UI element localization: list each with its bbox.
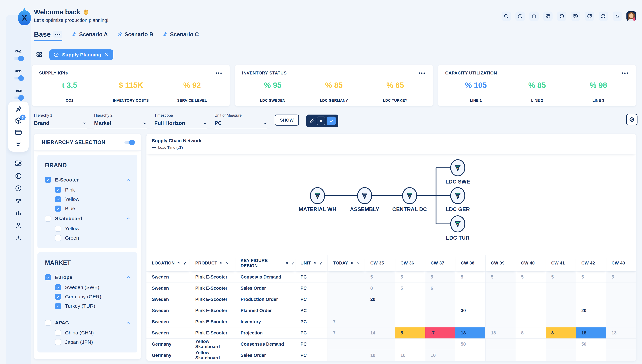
card-menu-icon[interactable] (621, 72, 629, 75)
user-icon[interactable] (15, 222, 22, 229)
filter-select-hierachy-1[interactable]: Hierachy 1Brand (34, 113, 87, 128)
bar-chart-icon[interactable] (15, 210, 22, 217)
settings-button[interactable] (626, 114, 637, 125)
cell-today[interactable] (328, 272, 365, 283)
sidebar-layer-toggle[interactable] (14, 57, 23, 60)
chevron-up-icon[interactable] (126, 216, 131, 221)
cell-cw-39[interactable]: 13 (486, 328, 516, 338)
redo-button[interactable] (585, 12, 594, 21)
cell-cw-40[interactable] (516, 316, 546, 328)
user-avatar[interactable] (626, 11, 636, 21)
cell-cw-36[interactable] (395, 338, 425, 350)
network-node-assembly[interactable] (357, 187, 372, 204)
filter-select-timescope[interactable]: TimescopeFull Horizon (154, 113, 207, 128)
chip-close-icon[interactable] (104, 52, 109, 57)
globe-icon[interactable] (15, 172, 22, 180)
checkbox[interactable] (45, 216, 51, 222)
cell-cw-36[interactable]: 5 (395, 272, 425, 283)
cell-cw-43[interactable] (606, 316, 636, 328)
cell-cw-43[interactable]: 5 (606, 272, 636, 283)
cell-cw-40[interactable] (516, 305, 546, 316)
history-button[interactable] (571, 12, 580, 21)
cell-cw-37[interactable]: 10 (425, 350, 456, 361)
cell-cw-41[interactable] (546, 338, 576, 350)
checkbox[interactable] (55, 330, 61, 336)
checkbox[interactable] (55, 303, 61, 309)
checkbox[interactable] (55, 206, 61, 212)
cell-cw-35[interactable]: 14 (365, 328, 395, 338)
cell-today[interactable] (328, 283, 365, 294)
network-node-material-wh[interactable] (310, 187, 325, 204)
sidebar-layer-toggle[interactable] (14, 77, 23, 80)
cell-cw-38[interactable]: 18 (456, 328, 486, 338)
cell-cw-38[interactable] (456, 294, 486, 305)
cell-cw-41[interactable]: 3 (546, 328, 576, 338)
cell-cw-36[interactable]: 5 (395, 283, 425, 294)
card-menu-icon[interactable] (215, 72, 223, 75)
tab-scenario-c[interactable]: Scenario C (162, 31, 199, 40)
cell-cw-37[interactable]: 5 (425, 272, 456, 283)
cell-cw-35[interactable]: 8 (365, 283, 395, 294)
shapes-layers-icon[interactable] (14, 48, 23, 55)
supply-planning-chip[interactable]: Supply Planning (49, 50, 113, 60)
sync-button[interactable] (599, 12, 608, 21)
chevron-up-icon[interactable] (126, 275, 131, 280)
sort-icon[interactable] (313, 261, 317, 265)
cell-cw-39[interactable] (486, 283, 516, 294)
filter-select-hierachy-2[interactable]: Hierachy 2Market (94, 113, 147, 128)
cell-cw-42[interactable]: 5 (576, 272, 606, 283)
search-button[interactable] (502, 12, 511, 21)
cell-cw-39[interactable] (486, 316, 516, 328)
cell-cw-40[interactable] (516, 283, 546, 294)
checkbox[interactable] (55, 235, 61, 241)
cell-cw-42[interactable] (576, 283, 606, 294)
cell-cw-37[interactable]: -7 (425, 328, 456, 338)
cell-cw-40[interactable] (516, 294, 546, 305)
package-icon[interactable]: 3 (15, 117, 22, 124)
cell-cw-36[interactable] (395, 294, 425, 305)
checkbox[interactable] (55, 294, 61, 300)
checkbox[interactable] (45, 320, 51, 326)
cell-cw-38[interactable]: 5 (456, 272, 486, 283)
cell-cw-43[interactable] (606, 350, 636, 361)
cell-today[interactable]: 7 (328, 316, 365, 328)
notifications-button[interactable] (612, 12, 622, 21)
network-node-ldc-ger[interactable] (450, 187, 465, 204)
card-icon[interactable] (15, 128, 22, 136)
cell-cw-37[interactable] (425, 294, 456, 305)
info-button[interactable] (515, 12, 525, 21)
cell-cw-35[interactable]: 5 (365, 272, 395, 283)
filter-icon[interactable] (319, 261, 323, 265)
cell-cw-38[interactable] (456, 350, 486, 361)
tab-scenario-b[interactable]: Scenario B (117, 31, 153, 40)
show-button[interactable]: SHOW (275, 114, 299, 126)
cell-cw-36[interactable]: 10 (395, 350, 425, 361)
filter-icon[interactable] (225, 261, 229, 265)
cell-cw-39[interactable] (486, 338, 516, 350)
home-button[interactable] (529, 12, 539, 21)
chevron-up-icon[interactable] (126, 178, 131, 182)
filter-select-unit-of-measure[interactable]: Unit of MeasurePC (215, 113, 267, 128)
cell-cw-37[interactable]: 6 (425, 283, 456, 294)
clock-icon[interactable] (15, 185, 22, 192)
network-node-central-dc[interactable] (402, 187, 417, 204)
checkbox[interactable] (55, 226, 61, 232)
checkbox[interactable] (55, 196, 61, 202)
tab-scenario-a[interactable]: Scenario A (71, 31, 108, 40)
cell-today[interactable] (328, 350, 365, 361)
cell-cw-35[interactable]: 10 (365, 350, 395, 361)
sparkles-icon[interactable] (15, 234, 22, 242)
cell-cw-42[interactable] (576, 294, 606, 305)
app-logo-icon[interactable]: X (18, 10, 31, 26)
cell-cw-38[interactable]: 50 (456, 338, 486, 350)
pin-icon[interactable] (15, 105, 22, 113)
cell-cw-42[interactable]: 50 (576, 338, 606, 350)
checkbox[interactable] (55, 187, 61, 193)
sort-icon[interactable] (350, 261, 354, 265)
cell-cw-41[interactable]: 5 (546, 272, 576, 283)
cell-cw-42[interactable]: 20 (576, 305, 606, 316)
cell-cw-43[interactable] (606, 294, 636, 305)
checkbox[interactable] (55, 339, 61, 345)
tab-base[interactable]: Base (34, 30, 62, 42)
cell-cw-39[interactable] (486, 294, 516, 305)
